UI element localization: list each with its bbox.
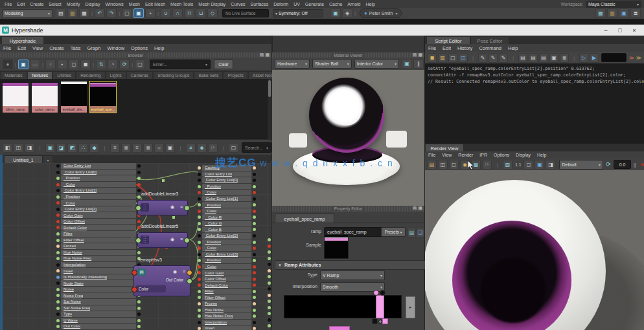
node-port[interactable]	[268, 263, 271, 266]
attribute-filter-icon[interactable]: ◈	[197, 143, 207, 153]
hypershade-menu-item[interactable]: File	[0, 45, 14, 51]
input-port[interactable]	[198, 173, 201, 176]
swatch-size-medium-icon[interactable]: ▪	[57, 60, 67, 69]
node-port[interactable]	[268, 306, 271, 309]
redo-previous-render-icon[interactable]: ◫	[438, 160, 448, 170]
redo-region-icon[interactable]: ◻	[449, 160, 459, 170]
main-menu-item[interactable]: Curves	[228, 2, 247, 6]
panel-menu-icon[interactable]: ▤	[260, 52, 264, 58]
node-attribute-row[interactable]: Position	[202, 239, 251, 245]
main-menu-item[interactable]: Edit Mesh	[143, 2, 168, 6]
symmetry-selector[interactable]: ▾ Symmetry: Off	[273, 9, 323, 17]
command-input[interactable]	[601, 53, 627, 62]
swatch-eyeball-displacement[interactable]: eyeball_dis...	[60, 81, 87, 113]
node-attribute-row[interactable]: Color R	[202, 214, 251, 220]
output-port[interactable]	[253, 302, 256, 305]
command-completion-icon[interactable]: ≣	[560, 53, 569, 63]
input-port[interactable]	[198, 309, 201, 312]
input-port[interactable]	[198, 321, 201, 324]
output-port[interactable]	[137, 195, 141, 199]
output-port[interactable]	[137, 319, 141, 322]
main-menu-item[interactable]: Create	[27, 2, 46, 6]
ramp-entry-handle[interactable]	[376, 295, 384, 318]
refresh-ipr-icon[interactable]: ⟳	[482, 160, 492, 170]
presets-button[interactable]: Presets▾	[381, 227, 406, 237]
panel-menu-icon[interactable]: ▤	[413, 206, 417, 211]
output-connections-icon[interactable]: ◨	[25, 143, 34, 153]
node-menu-icon[interactable]: ≡	[183, 269, 185, 274]
node-attribute-row[interactable]: Filter Offset	[202, 294, 251, 300]
region-render-icon[interactable]: ▧	[503, 160, 512, 170]
search-glyph-icon[interactable]: ○	[154, 143, 164, 153]
main-menu-item[interactable]: Surfaces	[248, 2, 271, 6]
main-menu-item[interactable]: Deform	[271, 2, 291, 6]
output-port[interactable]	[137, 183, 141, 186]
output-port[interactable]	[137, 251, 141, 254]
script-editor-menu-item[interactable]: File	[425, 45, 439, 51]
show-in-hypershade-icon[interactable]: ▤	[408, 228, 416, 237]
input-port[interactable]	[56, 319, 60, 322]
minimize-button[interactable]: –	[599, 27, 613, 34]
input-port[interactable]	[56, 164, 60, 168]
hypershade-menu-item[interactable]: Graph	[84, 45, 104, 51]
node-port[interactable]	[268, 245, 271, 248]
node-attribute-row[interactable]: Color Entry List[2]	[61, 206, 136, 212]
input-port[interactable]	[198, 253, 201, 256]
render-view-menu-item[interactable]: File	[425, 153, 439, 157]
browser-category-tab[interactable]: Bake Sets	[194, 71, 223, 80]
hypershade-menu-item[interactable]: Window	[104, 45, 128, 51]
refresh-swatches-icon[interactable]: ⟳	[119, 60, 130, 69]
zoom-box-icon[interactable]: ◻	[523, 160, 533, 170]
input-port[interactable]	[56, 307, 60, 310]
execute-all-icon[interactable]: ▷	[579, 53, 588, 63]
input-port[interactable]	[56, 276, 60, 279]
main-menu-item[interactable]: Select	[46, 2, 63, 6]
output-port[interactable]	[253, 327, 256, 330]
show-help-icon[interactable]: ▣	[549, 53, 558, 63]
bookmark-icon[interactable]: ▣	[165, 143, 175, 153]
input-port[interactable]	[198, 290, 201, 293]
browser-category-tab[interactable]: Rendering	[76, 71, 105, 80]
ramp-color-box[interactable]	[382, 318, 388, 324]
node-attribute-row[interactable]: Position	[202, 202, 251, 208]
main-menu-item[interactable]: Modify	[64, 2, 83, 6]
input-port[interactable]	[56, 195, 60, 199]
node-port[interactable]	[268, 250, 271, 254]
browser-category-tab[interactable]: Shading Groups	[153, 71, 194, 80]
main-menu-item[interactable]: Generate	[303, 2, 327, 6]
undo-icon[interactable]: ↶	[95, 8, 105, 18]
node-attribute-row[interactable]: Color	[202, 245, 251, 251]
node-attribute-row[interactable]: Color Entry List[1]	[202, 196, 251, 202]
output-port[interactable]	[253, 309, 256, 312]
type-selector[interactable]: V Ramp▾	[320, 270, 385, 280]
output-port[interactable]	[253, 290, 256, 293]
hypershade-menu-item[interactable]: Create	[46, 45, 67, 51]
environment-selector[interactable]: Interior Color▾	[354, 59, 399, 69]
new-python-tab-icon[interactable]: ✎	[489, 53, 498, 63]
sync-icon[interactable]: ⟳	[208, 143, 218, 153]
node-port[interactable]	[268, 312, 271, 315]
node-state-icon[interactable]: ◉	[173, 269, 177, 274]
node-attribute-row[interactable]: Position	[202, 258, 251, 263]
node-attribute-row[interactable]: U Wave	[61, 318, 136, 324]
main-menu-item[interactable]: UV	[291, 2, 303, 6]
render-view-canvas[interactable]	[425, 170, 644, 330]
hypershade-menu-item[interactable]: Help	[151, 45, 167, 51]
material-viewer-header[interactable]: Material Viewer ▤▦	[272, 52, 424, 58]
duplicate-node-icon[interactable]: ◩	[67, 143, 77, 153]
node-adddoublelinear3[interactable]: ∷∷ ◉ ≡	[137, 200, 188, 215]
snapshot-viewer-icon[interactable]: ▣	[402, 59, 412, 69]
notes-icon[interactable]: ❏	[416, 228, 424, 237]
ramp-attributes-section[interactable]: ▼ Ramp Attributes	[275, 260, 426, 270]
node-attribute-row[interactable]: Interpolation	[202, 320, 251, 325]
node-port[interactable]	[268, 294, 271, 297]
swatch-ball-icon[interactable]: ●	[3, 60, 13, 69]
node-attribute-row[interactable]: Color	[202, 264, 251, 270]
node-attribute-row[interactable]: Hue Noise	[202, 307, 251, 313]
browser-category-tab[interactable]: Utilities	[52, 71, 76, 80]
ipr-render-icon[interactable]: ▥	[607, 8, 617, 18]
expand-input-icon[interactable]: ≫	[634, 54, 643, 62]
node-attribute-row[interactable]: Caching	[202, 165, 251, 171]
new-mel-tab-icon[interactable]: ✎	[478, 53, 487, 63]
node-attribute-row[interactable]: Filter	[61, 231, 136, 237]
